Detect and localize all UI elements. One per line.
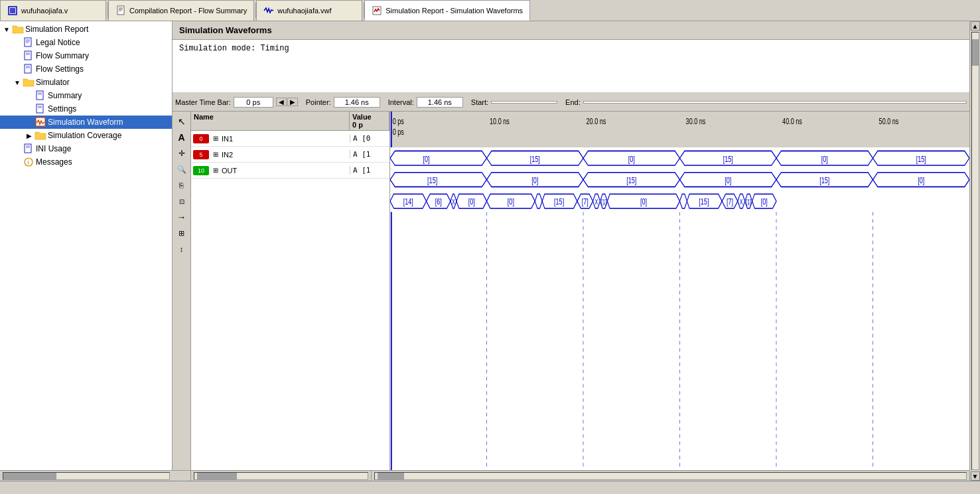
toolbar-zoomin-btn[interactable]: 🔍: [175, 162, 189, 177]
waveform-scrollbar-thumb[interactable]: [378, 473, 404, 479]
svg-text:[14]: [14]: [403, 197, 413, 206]
expand-summary: [25, 92, 33, 100]
svg-text:X: X: [452, 199, 455, 206]
sidebar-item-sim-report-root[interactable]: ▼ Simulation Report: [0, 23, 172, 36]
tab-wufuhaojiafa[interactable]: wufuhaojiafa.v: [0, 0, 106, 21]
scroll-down-btn[interactable]: ▼: [971, 471, 980, 481]
time-nav-left[interactable]: ◀: [276, 98, 287, 106]
time-nav-right[interactable]: ▶: [287, 98, 298, 106]
svg-text:X: X: [740, 199, 743, 206]
wave-icon: [263, 5, 274, 16]
report-icon: [115, 5, 126, 16]
signal-row-out[interactable]: 10 ⊞ OUT A [1: [191, 163, 389, 179]
signal-value-in2: A [1: [350, 150, 389, 159]
signal-list-scrollbar-h[interactable]: [194, 472, 368, 480]
svg-text:10.0 ns: 10.0 ns: [490, 116, 510, 125]
sim-icon: [372, 5, 382, 16]
toolbar-group-btn[interactable]: ⊡: [175, 194, 189, 208]
tab-simreport[interactable]: Simulation Report - Simulation Waveforms: [364, 0, 530, 21]
panel-title: Simulation Waveforms: [173, 21, 969, 40]
toolbar-select-btn[interactable]: ↖: [175, 114, 189, 129]
signal-rows: 0 ⊞ IN1 A [0 5 ⊞: [191, 131, 389, 470]
tab-label-wufuhaojiafa: wufuhaojiafa.v: [21, 7, 68, 15]
doc-icon-flow-settings: [23, 64, 35, 74]
signal-list-scroll: [191, 471, 372, 481]
doc-icon-legal: [23, 37, 35, 48]
signal-list-scrollbar-thumb[interactable]: [197, 473, 237, 479]
expand-simulator[interactable]: ▼: [13, 78, 21, 86]
right-scrollbar: ▲ ▼: [969, 21, 980, 481]
svg-rect-20: [36, 104, 43, 113]
signal-expand-out[interactable]: ⊞: [211, 167, 220, 174]
sidebar-label-summary: Summary: [48, 91, 82, 100]
sidebar-item-flow-summary[interactable]: Flow Summary: [0, 49, 172, 62]
expand-flow-settings: [13, 65, 21, 73]
sidebar-scrollbar-h[interactable]: [3, 472, 170, 480]
sidebar-scrollbar-thumb[interactable]: [3, 473, 56, 479]
sidebar-item-ini-usage[interactable]: INI Usage: [0, 142, 172, 155]
expand-sim-waveform: [25, 118, 33, 126]
waveform-display[interactable]: 0 ps 0 ps 10.0 ns 20.0 ns 30.0 ns 40.0 n…: [390, 112, 969, 470]
sidebar-item-messages[interactable]: i Messages: [0, 155, 172, 169]
expand-sim-report[interactable]: ▼: [3, 25, 11, 33]
toolbar-grid-btn[interactable]: ⊞: [175, 226, 189, 240]
svg-text:40.0 ns: 40.0 ns: [782, 116, 802, 125]
main-content: ▼ Simulation Report Legal Notice: [0, 21, 980, 481]
bottom-status: [0, 481, 980, 494]
indicator-box-out: 10: [193, 166, 209, 175]
signal-header-name: Name: [191, 112, 350, 130]
pointer-value[interactable]: 1.46 ns: [334, 97, 380, 108]
start-value[interactable]: [491, 101, 557, 104]
svg-text:[0]: [0]: [761, 197, 768, 206]
tab-label-vwf: wufuhaojiafa.vwf: [277, 7, 331, 15]
svg-text:X: X: [595, 199, 598, 206]
waveform-main: ↖ A ✛ 🔍 ⎘ ⊡ → ⊞ ↕ Name Value: [173, 112, 969, 470]
signal-row-in2[interactable]: 5 ⊞ IN2 A [1: [191, 147, 389, 163]
expand-sim-coverage[interactable]: ▶: [25, 131, 33, 139]
svg-text:[0]: [0]: [821, 154, 828, 163]
svg-text:[15]: [15]: [427, 175, 437, 185]
sidebar-item-legal-notice[interactable]: Legal Notice: [0, 36, 172, 49]
toolbar-arrow-btn[interactable]: →: [175, 210, 189, 224]
sidebar-item-sim-waveform[interactable]: Simulation Waveform: [0, 116, 172, 129]
signal-header-value: Value0 p: [350, 112, 389, 130]
signal-expand-in2[interactable]: ⊞: [211, 151, 220, 158]
sidebar-item-flow-settings[interactable]: Flow Settings: [0, 62, 172, 76]
sidebar-label-settings: Settings: [48, 104, 76, 114]
toolbar-scroll-spacer: [173, 471, 191, 481]
signal-value-out: A [1: [350, 166, 389, 175]
signal-name-in1: IN1: [220, 135, 350, 143]
pointer-label: Pointer:: [306, 98, 331, 106]
tab-compilation[interactable]: Compilation Report - Flow Summary: [108, 0, 254, 21]
sidebar-label-simulator: Simulator: [36, 78, 70, 87]
tab-vwf[interactable]: wufuhaojiafa.vwf: [256, 0, 362, 21]
sidebar-item-sim-coverage[interactable]: ▶ Simulation Coverage: [0, 129, 172, 142]
indicator-box-in1: 0: [193, 134, 209, 143]
folder-icon-simulator: [23, 77, 35, 88]
svg-text:i: i: [27, 159, 29, 166]
expand-legal: [13, 39, 21, 46]
svg-text:[7]: [7]: [582, 197, 589, 206]
toolbar-text-btn[interactable]: A: [175, 130, 189, 145]
tab-bar: wufuhaojiafa.v Compilation Report - Flow…: [0, 0, 980, 21]
master-time-value[interactable]: 0 ps: [234, 97, 273, 108]
sidebar-item-settings[interactable]: Settings: [0, 102, 172, 116]
svg-text:[15]: [15]: [723, 154, 733, 163]
waveform-scrollbar-h[interactable]: [374, 472, 967, 480]
scroll-up-btn[interactable]: ▲: [971, 21, 980, 31]
vert-scrollbar-track[interactable]: [971, 32, 979, 470]
interval-label: Interval:: [388, 98, 414, 106]
end-value[interactable]: [583, 101, 967, 104]
vert-scrollbar-thumb[interactable]: [972, 39, 979, 66]
signal-name-out: OUT: [220, 167, 350, 175]
sidebar-item-summary[interactable]: Summary: [0, 89, 172, 102]
toolbar-crosshair-btn[interactable]: ✛: [175, 146, 189, 161]
toolbar-sort-btn[interactable]: ↕: [175, 242, 189, 256]
sidebar-item-simulator[interactable]: ▼ Simulator: [0, 76, 172, 89]
master-time-bar-label: Master Time Bar:: [175, 98, 231, 106]
sidebar-label-sim-report-root: Simulation Report: [25, 25, 88, 34]
signal-expand-in1[interactable]: ⊞: [211, 135, 220, 142]
toolbar-copy-btn[interactable]: ⎘: [175, 178, 189, 193]
interval-value[interactable]: 1.46 ns: [417, 97, 463, 108]
signal-row-in1[interactable]: 0 ⊞ IN1 A [0: [191, 131, 389, 147]
